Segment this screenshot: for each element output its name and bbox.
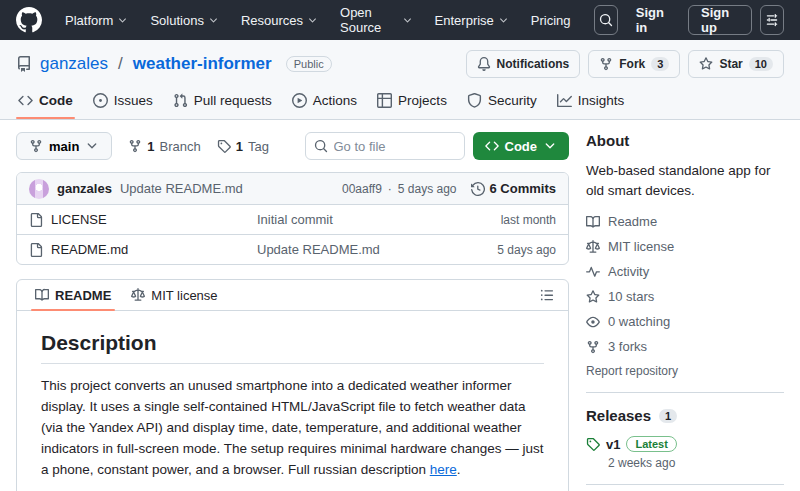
visibility-badge: Public — [286, 56, 332, 72]
commit-author-link[interactable]: ganzales — [57, 181, 112, 196]
play-icon — [292, 93, 307, 108]
star-count: 10 — [749, 57, 773, 71]
sidebar-item-license[interactable]: MIT license — [586, 239, 784, 254]
nav-item-pricing[interactable]: Pricing — [524, 7, 578, 34]
sidebar-item-forks[interactable]: 3 forks — [586, 339, 784, 354]
latest-commit-bar: ganzales Update README.md 00aaff9 · 5 da… — [17, 173, 568, 204]
go-to-file-box — [305, 132, 465, 160]
repo-actions: Notifications Fork 3 Star 10 — [466, 50, 784, 78]
repo-title: ganzales / weather-informer Public — [16, 54, 332, 74]
file-toolbar: main 1 Branch 1 Tag Code — [16, 130, 569, 162]
eye-icon — [586, 315, 600, 329]
tab-readme[interactable]: README — [25, 280, 121, 310]
global-header: Platform Solutions Resources Open Source… — [0, 0, 800, 40]
chevron-down-icon — [402, 15, 413, 26]
search-icon — [599, 13, 613, 27]
branch-icon — [29, 139, 43, 153]
sliders-icon — [765, 13, 779, 27]
search-button[interactable] — [594, 5, 618, 35]
code-download-button[interactable]: Code — [473, 132, 570, 160]
law-icon — [131, 288, 145, 302]
file-commit-message[interactable]: Update README.md — [257, 242, 446, 257]
tab-projects[interactable]: Projects — [367, 84, 457, 119]
star-icon — [699, 57, 713, 71]
file-name-link[interactable]: README.md — [51, 242, 128, 257]
avatar[interactable] — [29, 179, 49, 199]
fork-button[interactable]: Fork 3 — [588, 50, 680, 78]
star-icon — [586, 290, 600, 304]
bell-icon — [477, 57, 491, 71]
history-icon — [471, 182, 485, 196]
report-repository-link[interactable]: Report repository — [586, 364, 784, 378]
list-unordered-icon — [540, 288, 554, 302]
commit-message-link[interactable]: Update README.md — [120, 181, 243, 196]
nav-item-open-source[interactable]: Open Source — [333, 0, 420, 41]
branches-link[interactable]: 1 Branch — [128, 139, 200, 154]
file-name-link[interactable]: LICENSE — [51, 212, 107, 227]
command-palette-button[interactable] — [760, 5, 784, 35]
tab-issues[interactable]: Issues — [83, 84, 163, 119]
commit-separator: · — [388, 182, 392, 196]
sign-up-button[interactable]: Sign up — [688, 5, 752, 35]
tab-actions[interactable]: Actions — [282, 84, 367, 119]
outline-button[interactable] — [534, 282, 560, 308]
commit-history-link[interactable]: 6 Commits — [471, 181, 556, 196]
file-icon — [29, 243, 43, 257]
pull-request-icon — [173, 93, 188, 108]
main-content: main 1 Branch 1 Tag Code — [0, 120, 800, 491]
tab-insights[interactable]: Insights — [547, 84, 635, 119]
tag-icon — [217, 139, 231, 153]
graph-icon — [557, 93, 572, 108]
description-here-link[interactable]: here — [430, 462, 457, 477]
nav-item-resources[interactable]: Resources — [234, 7, 325, 34]
file-icon — [29, 213, 43, 227]
chevron-down-icon — [208, 15, 219, 26]
chevron-down-icon — [498, 15, 509, 26]
tab-security[interactable]: Security — [457, 84, 547, 119]
sign-in-link[interactable]: Sign in — [626, 5, 680, 35]
commit-sha[interactable]: 00aaff9 — [342, 182, 382, 196]
sidebar-item-watching[interactable]: 0 watching — [586, 314, 784, 329]
branch-selector-button[interactable]: main — [16, 132, 112, 160]
code-column: main 1 Branch 1 Tag Code — [16, 130, 569, 491]
nav-item-enterprise[interactable]: Enterprise — [428, 7, 516, 34]
files-box: ganzales Update README.md 00aaff9 · 5 da… — [16, 172, 569, 265]
tags-link[interactable]: 1 Tag — [217, 139, 269, 154]
book-icon — [35, 288, 49, 302]
fork-icon — [599, 57, 613, 71]
repo-owner-link[interactable]: ganzales — [40, 54, 108, 74]
release-link[interactable]: v1 Latest — [586, 436, 784, 452]
go-to-file-input[interactable] — [334, 139, 456, 154]
branch-icon — [128, 139, 142, 153]
sidebar-item-stars[interactable]: 10 stars — [586, 289, 784, 304]
project-icon — [377, 93, 392, 108]
repo-icon — [16, 56, 32, 72]
notifications-button[interactable]: Notifications — [466, 50, 581, 78]
nav-item-solutions[interactable]: Solutions — [143, 7, 225, 34]
github-logo-icon[interactable] — [16, 7, 42, 33]
file-commit-message[interactable]: Initial commit — [257, 212, 446, 227]
nav-item-platform[interactable]: Platform — [58, 7, 135, 34]
repo-name-link[interactable]: weather-informer — [133, 54, 272, 74]
chevron-down-icon — [543, 139, 557, 153]
releases-count: 1 — [659, 409, 677, 423]
readme-content: Description This project converts an unu… — [17, 311, 568, 491]
tab-mit-license[interactable]: MIT license — [121, 280, 227, 310]
pulse-icon — [586, 265, 600, 279]
table-row[interactable]: README.md Update README.md 5 days ago — [17, 234, 568, 264]
star-button[interactable]: Star 10 — [688, 50, 784, 78]
about-title: About — [586, 132, 784, 149]
releases-title: Releases 1 — [586, 407, 784, 424]
sidebar-item-readme[interactable]: Readme — [586, 214, 784, 229]
commit-time: 5 days ago — [398, 182, 457, 196]
repo-tab-nav: Code Issues Pull requests Actions Projec… — [0, 84, 800, 119]
table-row[interactable]: LICENSE Initial commit last month — [17, 204, 568, 234]
tab-code[interactable]: Code — [8, 84, 83, 119]
release-name: v1 — [606, 437, 620, 452]
latest-badge: Latest — [626, 436, 676, 452]
sidebar-item-activity[interactable]: Activity — [586, 264, 784, 279]
readme-box: README MIT license Description This proj… — [16, 279, 569, 491]
tab-pull-requests[interactable]: Pull requests — [163, 84, 282, 119]
law-icon — [586, 240, 600, 254]
sidebar-divider — [586, 392, 784, 393]
